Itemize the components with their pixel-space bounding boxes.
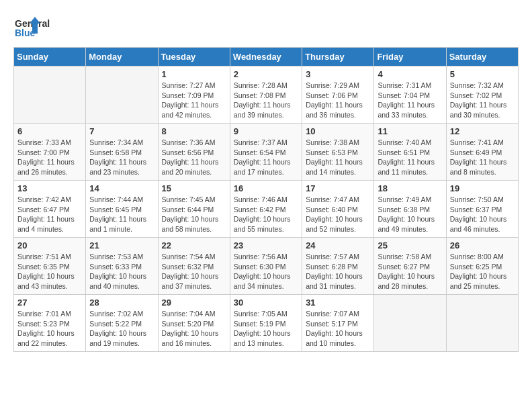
calendar-cell: 20Sunrise: 7:51 AMSunset: 6:35 PMDayligh…	[14, 238, 86, 295]
day-number: 17	[306, 183, 370, 193]
day-info: Sunrise: 7:02 AMSunset: 5:22 PMDaylight:…	[89, 309, 154, 349]
calendar-cell: 5Sunrise: 7:32 AMSunset: 7:02 PMDaylight…	[446, 66, 518, 124]
day-number: 12	[450, 126, 515, 136]
day-number: 5	[450, 69, 515, 79]
calendar-cell: 12Sunrise: 7:41 AMSunset: 6:49 PMDayligh…	[446, 124, 518, 181]
calendar-cell: 19Sunrise: 7:50 AMSunset: 6:37 PMDayligh…	[446, 181, 518, 238]
day-info: Sunrise: 7:37 AMSunset: 6:54 PMDaylight:…	[234, 138, 298, 177]
day-number: 31	[306, 298, 370, 308]
column-header-tuesday: Tuesday	[158, 48, 230, 66]
day-number: 19	[450, 183, 515, 193]
day-number: 25	[378, 240, 442, 250]
day-info: Sunrise: 7:42 AMSunset: 6:47 PMDaylight:…	[17, 195, 82, 234]
calendar-cell: 14Sunrise: 7:44 AMSunset: 6:45 PMDayligh…	[86, 181, 158, 238]
calendar-cell: 2Sunrise: 7:28 AMSunset: 7:08 PMDaylight…	[230, 66, 302, 124]
day-number: 9	[234, 126, 298, 136]
calendar-cell: 10Sunrise: 7:38 AMSunset: 6:53 PMDayligh…	[302, 124, 374, 181]
day-info: Sunrise: 7:49 AMSunset: 6:38 PMDaylight:…	[378, 195, 442, 234]
calendar-cell: 16Sunrise: 7:46 AMSunset: 6:42 PMDayligh…	[230, 181, 302, 238]
column-header-monday: Monday	[86, 48, 158, 66]
day-info: Sunrise: 7:54 AMSunset: 6:32 PMDaylight:…	[162, 252, 226, 291]
calendar-cell: 21Sunrise: 7:53 AMSunset: 6:33 PMDayligh…	[86, 238, 158, 295]
day-number: 3	[306, 69, 370, 79]
day-info: Sunrise: 7:51 AMSunset: 6:35 PMDaylight:…	[17, 252, 82, 291]
day-info: Sunrise: 7:34 AMSunset: 6:58 PMDaylight:…	[89, 138, 154, 177]
day-number: 16	[234, 183, 298, 193]
day-number: 2	[234, 69, 298, 79]
day-info: Sunrise: 7:05 AMSunset: 5:19 PMDaylight:…	[234, 309, 298, 349]
day-number: 1	[162, 69, 226, 79]
day-number: 26	[450, 240, 515, 250]
calendar-cell: 4Sunrise: 7:31 AMSunset: 7:04 PMDaylight…	[374, 66, 446, 124]
calendar-cell: 29Sunrise: 7:04 AMSunset: 5:20 PMDayligh…	[158, 295, 230, 352]
day-number: 8	[162, 126, 226, 136]
week-row-1: 1Sunrise: 7:27 AMSunset: 7:09 PMDaylight…	[14, 66, 519, 124]
calendar-cell: 28Sunrise: 7:02 AMSunset: 5:22 PMDayligh…	[86, 295, 158, 352]
calendar-cell: 7Sunrise: 7:34 AMSunset: 6:58 PMDaylight…	[86, 124, 158, 181]
week-row-3: 13Sunrise: 7:42 AMSunset: 6:47 PMDayligh…	[14, 181, 519, 238]
day-info: Sunrise: 7:36 AMSunset: 6:56 PMDaylight:…	[162, 138, 226, 177]
day-number: 24	[306, 240, 370, 250]
day-info: Sunrise: 7:41 AMSunset: 6:49 PMDaylight:…	[450, 138, 515, 177]
day-info: Sunrise: 7:33 AMSunset: 7:00 PMDaylight:…	[17, 138, 82, 177]
calendar-cell: 22Sunrise: 7:54 AMSunset: 6:32 PMDayligh…	[158, 238, 230, 295]
calendar-cell	[446, 295, 518, 352]
day-number: 14	[89, 183, 154, 193]
week-row-4: 20Sunrise: 7:51 AMSunset: 6:35 PMDayligh…	[14, 238, 519, 295]
day-info: Sunrise: 7:50 AMSunset: 6:37 PMDaylight:…	[450, 195, 515, 234]
calendar-cell: 23Sunrise: 7:56 AMSunset: 6:30 PMDayligh…	[230, 238, 302, 295]
day-info: Sunrise: 7:40 AMSunset: 6:51 PMDaylight:…	[378, 138, 442, 177]
calendar-cell: 3Sunrise: 7:29 AMSunset: 7:06 PMDaylight…	[302, 66, 374, 124]
calendar-cell	[86, 66, 158, 124]
day-info: Sunrise: 7:28 AMSunset: 7:08 PMDaylight:…	[234, 81, 298, 120]
column-header-sunday: Sunday	[14, 48, 86, 66]
day-number: 23	[234, 240, 298, 250]
calendar-cell: 11Sunrise: 7:40 AMSunset: 6:51 PMDayligh…	[374, 124, 446, 181]
week-row-5: 27Sunrise: 7:01 AMSunset: 5:23 PMDayligh…	[14, 295, 519, 352]
page-header: General Blue	[13, 13, 519, 40]
day-number: 28	[89, 298, 154, 308]
week-row-2: 6Sunrise: 7:33 AMSunset: 7:00 PMDaylight…	[14, 124, 519, 181]
logo-icon: General Blue	[13, 13, 67, 40]
day-number: 13	[17, 183, 82, 193]
column-header-saturday: Saturday	[446, 48, 518, 66]
calendar-cell: 24Sunrise: 7:57 AMSunset: 6:28 PMDayligh…	[302, 238, 374, 295]
day-info: Sunrise: 7:27 AMSunset: 7:09 PMDaylight:…	[162, 81, 226, 120]
calendar-cell: 13Sunrise: 7:42 AMSunset: 6:47 PMDayligh…	[14, 181, 86, 238]
calendar-cell: 25Sunrise: 7:58 AMSunset: 6:27 PMDayligh…	[374, 238, 446, 295]
day-number: 21	[89, 240, 154, 250]
logo: General Blue	[13, 13, 67, 40]
day-info: Sunrise: 7:53 AMSunset: 6:33 PMDaylight:…	[89, 252, 154, 291]
day-number: 11	[378, 126, 442, 136]
day-info: Sunrise: 7:32 AMSunset: 7:02 PMDaylight:…	[450, 81, 515, 120]
day-number: 4	[378, 69, 442, 79]
day-number: 29	[162, 298, 226, 308]
day-info: Sunrise: 7:46 AMSunset: 6:42 PMDaylight:…	[234, 195, 298, 234]
day-info: Sunrise: 7:45 AMSunset: 6:44 PMDaylight:…	[162, 195, 226, 234]
day-info: Sunrise: 7:07 AMSunset: 5:17 PMDaylight:…	[306, 309, 370, 349]
calendar-cell: 26Sunrise: 8:00 AMSunset: 6:25 PMDayligh…	[446, 238, 518, 295]
day-number: 15	[162, 183, 226, 193]
day-info: Sunrise: 7:56 AMSunset: 6:30 PMDaylight:…	[234, 252, 298, 291]
day-number: 27	[17, 298, 82, 308]
day-info: Sunrise: 7:04 AMSunset: 5:20 PMDaylight:…	[162, 309, 226, 349]
calendar-cell: 31Sunrise: 7:07 AMSunset: 5:17 PMDayligh…	[302, 295, 374, 352]
calendar-cell: 27Sunrise: 7:01 AMSunset: 5:23 PMDayligh…	[14, 295, 86, 352]
day-number: 10	[306, 126, 370, 136]
calendar-cell: 1Sunrise: 7:27 AMSunset: 7:09 PMDaylight…	[158, 66, 230, 124]
column-header-friday: Friday	[374, 48, 446, 66]
calendar-cell: 18Sunrise: 7:49 AMSunset: 6:38 PMDayligh…	[374, 181, 446, 238]
calendar-cell	[374, 295, 446, 352]
svg-text:Blue: Blue	[15, 28, 36, 38]
day-info: Sunrise: 7:38 AMSunset: 6:53 PMDaylight:…	[306, 138, 370, 177]
day-info: Sunrise: 7:29 AMSunset: 7:06 PMDaylight:…	[306, 81, 370, 120]
calendar-cell: 30Sunrise: 7:05 AMSunset: 5:19 PMDayligh…	[230, 295, 302, 352]
day-info: Sunrise: 7:58 AMSunset: 6:27 PMDaylight:…	[378, 252, 442, 291]
day-number: 20	[17, 240, 82, 250]
day-info: Sunrise: 7:31 AMSunset: 7:04 PMDaylight:…	[378, 81, 442, 120]
day-info: Sunrise: 7:44 AMSunset: 6:45 PMDaylight:…	[89, 195, 154, 234]
day-info: Sunrise: 8:00 AMSunset: 6:25 PMDaylight:…	[450, 252, 515, 291]
day-number: 7	[89, 126, 154, 136]
calendar-cell: 6Sunrise: 7:33 AMSunset: 7:00 PMDaylight…	[14, 124, 86, 181]
day-number: 22	[162, 240, 226, 250]
